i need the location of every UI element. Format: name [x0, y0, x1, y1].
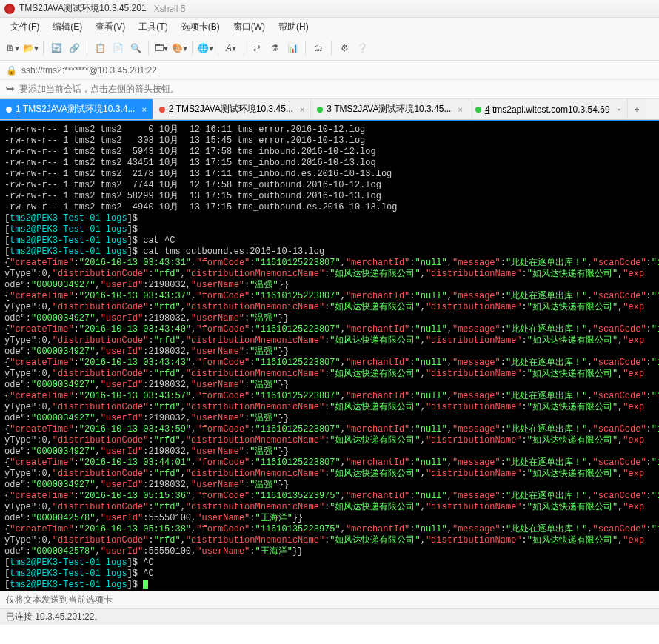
- session-tab[interactable]: 4 tms2api.wltest.com10.3.54.69×: [469, 99, 628, 119]
- send-hint: 仅将文本发送到当前选项卡: [6, 594, 113, 606]
- color-icon[interactable]: 🎨▾: [171, 40, 187, 56]
- address-bar: 🔒 ssh://tms2:*******@10.3.45.201:22: [0, 61, 659, 80]
- help-icon[interactable]: ❔: [354, 40, 370, 56]
- toolbar: 🗎▾ 📂▾ 🔄 🔗 📋 📄 🔍 🗔▾ 🎨▾ 🌐▾ A▾ ⇄ ⚗ 📊 🗂 ⚙ ❔: [0, 36, 659, 61]
- menu-item[interactable]: 帮助(H): [272, 19, 315, 36]
- new-icon[interactable]: 🗎▾: [4, 40, 21, 56]
- arrow-icon[interactable]: ⮩: [6, 84, 15, 95]
- add-tab-button[interactable]: +: [628, 99, 646, 119]
- filter-icon[interactable]: ⚗: [267, 40, 283, 56]
- copy-icon[interactable]: 📋: [92, 40, 108, 56]
- stats-icon[interactable]: 📊: [284, 40, 301, 56]
- hint-text: 要添加当前会话，点击左侧的箭头按钮。: [19, 83, 179, 95]
- open-icon[interactable]: 📂▾: [22, 40, 39, 56]
- tab-label: 3 TMS2JAVA测试环境10.3.45...: [327, 103, 451, 115]
- title-bar: TMS2JAVA测试环境10.3.45.201 Xshell 5: [0, 0, 659, 18]
- terminal[interactable]: -rw-rw-r-- 1 tms2 tms2 0 10月 12 16:11 tm…: [0, 121, 659, 591]
- address-text[interactable]: ssh://tms2:*******@10.3.45.201:22: [21, 65, 157, 76]
- properties-icon[interactable]: 🗔▾: [153, 40, 170, 56]
- close-icon[interactable]: ×: [300, 105, 304, 114]
- lock-icon: 🔒: [6, 65, 17, 76]
- network-icon[interactable]: ⇄: [249, 40, 265, 56]
- paste-icon[interactable]: 📄: [110, 40, 126, 56]
- status-bar: 已连接 10.3.45.201:22。: [0, 608, 659, 625]
- close-icon[interactable]: ×: [458, 105, 462, 114]
- send-bar: 仅将文本发送到当前选项卡: [0, 591, 659, 608]
- log-icon[interactable]: 🗂: [310, 40, 327, 56]
- close-icon[interactable]: ×: [617, 105, 621, 114]
- status-dot: [159, 107, 165, 113]
- status-text: 已连接 10.3.45.201:22。: [6, 611, 103, 623]
- menu-item[interactable]: 查看(V): [90, 19, 131, 36]
- globe-icon[interactable]: 🌐▾: [197, 40, 213, 56]
- window-title: TMS2JAVA测试环境10.3.45.201: [19, 2, 147, 15]
- tab-label: 2 TMS2JAVA测试环境10.3.45...: [169, 103, 293, 115]
- menu-item[interactable]: 工具(T): [133, 19, 173, 36]
- tab-label: 1 TMS2JAVA测试环境10.3.4...: [16, 103, 135, 115]
- menu-item[interactable]: 编辑(E): [47, 19, 88, 36]
- disconnect-icon[interactable]: 🔗: [66, 40, 82, 56]
- menu-item[interactable]: 选项卡(B): [175, 19, 226, 36]
- hint-bar: ⮩ 要添加当前会话，点击左侧的箭头按钮。: [0, 80, 659, 99]
- font-icon[interactable]: A▾: [223, 40, 239, 56]
- menu-bar: 文件(F)编辑(E)查看(V)工具(T)选项卡(B)窗口(W)帮助(H): [0, 18, 659, 36]
- menu-item[interactable]: 文件(F): [4, 19, 45, 36]
- session-tab[interactable]: 1 TMS2JAVA测试环境10.3.4...×: [0, 99, 153, 119]
- tab-label: 4 tms2api.wltest.com10.3.54.69: [485, 104, 610, 115]
- session-tab[interactable]: 2 TMS2JAVA测试环境10.3.45...×: [153, 99, 312, 119]
- tab-bar: 1 TMS2JAVA测试环境10.3.4...×2 TMS2JAVA测试环境10…: [0, 99, 659, 120]
- status-dot: [6, 107, 12, 113]
- reconnect-icon[interactable]: 🔄: [48, 40, 64, 56]
- settings-icon[interactable]: ⚙: [336, 40, 352, 56]
- search-icon[interactable]: 🔍: [127, 40, 144, 56]
- status-dot: [475, 107, 481, 113]
- app-subtitle: Xshell 5: [154, 4, 186, 14]
- menu-item[interactable]: 窗口(W): [227, 19, 271, 36]
- session-tab[interactable]: 3 TMS2JAVA测试环境10.3.45...×: [311, 99, 469, 119]
- app-icon: [4, 4, 15, 14]
- status-dot: [317, 107, 323, 113]
- close-icon[interactable]: ×: [141, 105, 146, 114]
